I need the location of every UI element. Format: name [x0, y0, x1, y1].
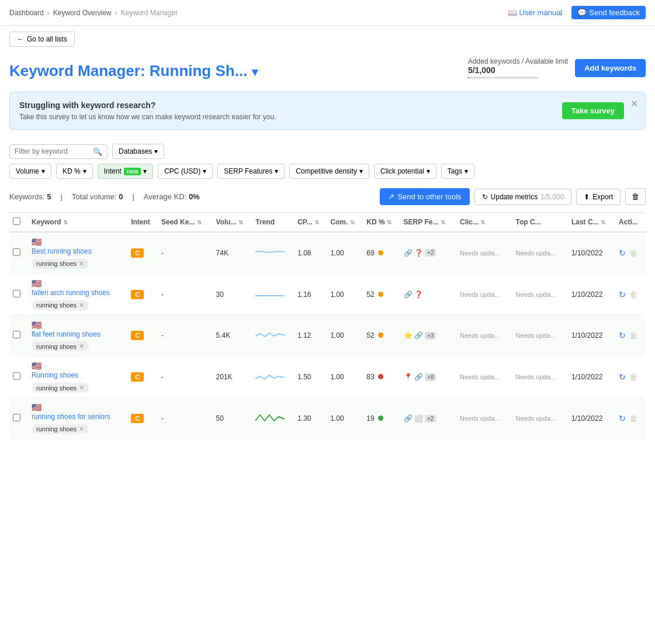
delete-row-button-0[interactable]: 🗑 — [629, 248, 637, 258]
volume-cell-1: 30 — [213, 273, 252, 315]
refresh-row-button-2[interactable]: ↻ — [619, 331, 626, 340]
col-topc[interactable]: Top C... — [512, 213, 567, 233]
click-potential-filter[interactable]: Click potential ▾ — [374, 164, 436, 179]
delete-row-button-2[interactable]: 🗑 — [629, 331, 637, 340]
row-checkbox-cell[interactable] — [9, 398, 28, 439]
topc-cell-3: Needs upda… — [512, 356, 567, 398]
action-icons-1: ↻ 🗑 — [619, 290, 642, 299]
serp-features-filter[interactable]: SERP Features ▾ — [217, 164, 285, 179]
table-row: 🇺🇸 flat feet running shoes running shoes… — [9, 315, 646, 356]
lastc-cell-4: 1/10/2022 — [568, 398, 615, 439]
tag-remove-2[interactable]: ✕ — [79, 342, 84, 350]
col-serp[interactable]: SERP Fe... ⇅ — [400, 213, 456, 233]
sparkline-4 — [255, 412, 285, 425]
kd-dot-3 — [378, 374, 383, 379]
tag-remove-0[interactable]: ✕ — [79, 260, 84, 268]
trend-cell-3 — [252, 356, 294, 398]
select-all-header[interactable] — [9, 213, 28, 233]
col-intent[interactable]: Intent — [127, 213, 158, 233]
col-volume[interactable]: Volu... ⇅ — [213, 213, 252, 233]
keyword-link-3[interactable]: Running shoes — [32, 371, 124, 380]
row-checkbox-cell[interactable] — [9, 356, 28, 398]
add-keywords-button[interactable]: Add keywords — [575, 59, 646, 77]
intent-badge-1: C — [131, 290, 144, 299]
col-kd[interactable]: KD % ⇅ — [363, 213, 400, 233]
breadcrumb-keyword-overview[interactable]: Keyword Overview — [53, 9, 112, 17]
volume-filter[interactable]: Volume ▾ — [9, 164, 51, 179]
intent-badge-3: C — [131, 372, 144, 382]
delete-button[interactable]: 🗑 — [625, 188, 646, 205]
intent-filter[interactable]: Intent new ▾ — [98, 164, 153, 179]
update-metrics-button[interactable]: ↻ Update metrics 1/5,000 — [474, 189, 572, 205]
user-manual-link[interactable]: 📖 User manual — [508, 8, 563, 17]
delete-row-button-3[interactable]: 🗑 — [629, 372, 637, 382]
keyword-link-0[interactable]: Best running shoes — [32, 247, 124, 257]
breadcrumb-keyword-manager: Keyword Manager — [121, 9, 178, 17]
table-row: 🇺🇸 fallen arch running shoes running sho… — [9, 273, 646, 315]
chevron-down-icon: ▾ — [427, 167, 430, 175]
keyword-link-1[interactable]: fallen arch running shoes — [32, 288, 124, 298]
com-cell-4: 1.00 — [327, 398, 363, 439]
delete-row-button-1[interactable]: 🗑 — [629, 290, 637, 299]
row-checkbox-3[interactable] — [13, 372, 20, 380]
seed-cell-0: - — [158, 232, 213, 273]
take-survey-button[interactable]: Take survey — [562, 102, 624, 119]
refresh-row-button-4[interactable]: ↻ — [619, 414, 626, 423]
cpc-filter[interactable]: CPC (USD) ▾ — [158, 164, 213, 179]
row-checkbox-cell[interactable] — [9, 315, 28, 356]
breadcrumb-dashboard[interactable]: Dashboard — [9, 9, 44, 17]
limit-bar — [468, 77, 538, 79]
select-all-checkbox[interactable] — [13, 217, 20, 225]
seed-cell-1: - — [158, 273, 213, 315]
topc-cell-2: Needs upda… — [512, 315, 567, 356]
row-checkbox-cell[interactable] — [9, 232, 28, 273]
tag-remove-1[interactable]: ✕ — [79, 302, 84, 309]
refresh-row-button-0[interactable]: ↻ — [619, 248, 626, 258]
col-com[interactable]: Com. ⇅ — [327, 213, 363, 233]
keyword-link-4[interactable]: running shoes for seniors — [32, 412, 124, 422]
kd-filter[interactable]: KD % ▾ — [56, 164, 93, 179]
action-icons-0: ↻ 🗑 — [619, 248, 642, 258]
go-back-button[interactable]: ← Go to all lists — [9, 32, 75, 47]
tag-chip-2: running shoes ✕ — [32, 341, 89, 351]
refresh-row-button-3[interactable]: ↻ — [619, 372, 626, 382]
search-input[interactable] — [15, 147, 91, 155]
col-keyword[interactable]: Keyword ⇅ — [28, 213, 127, 233]
filter-search-box[interactable]: 🔍 — [9, 144, 108, 159]
action-cell-1: ↻ 🗑 — [615, 273, 646, 315]
row-checkbox-2[interactable] — [13, 331, 20, 338]
lastc-cell-2: 1/10/2022 — [568, 315, 615, 356]
export-button[interactable]: ⬆ Export — [576, 189, 621, 205]
banner-close-button[interactable]: ✕ — [630, 98, 638, 109]
competitive-density-filter[interactable]: Competitive density ▾ — [289, 164, 369, 179]
serp-icons-3: 📍 🔗 +8 — [404, 373, 453, 381]
book-icon: 📖 — [508, 8, 517, 17]
refresh-row-button-1[interactable]: ↻ — [619, 290, 626, 299]
row-checkbox-cell[interactable] — [9, 273, 28, 315]
volume-cell-2: 5.4K — [213, 315, 252, 356]
databases-filter[interactable]: Databases ▾ — [112, 144, 164, 159]
col-lastc[interactable]: Last C... ⇅ — [568, 213, 615, 233]
send-to-tools-button[interactable]: ↗ Send to other tools — [380, 188, 469, 205]
row-checkbox-4[interactable] — [13, 414, 20, 421]
serp-cell-4: 🔗 ⬜ +2 — [400, 398, 456, 439]
col-cpc[interactable]: CP... ⇅ — [294, 213, 327, 233]
keyword-link-2[interactable]: flat feet running shoes — [32, 330, 124, 340]
col-trend[interactable]: Trend — [252, 213, 294, 233]
tag-remove-3[interactable]: ✕ — [79, 384, 84, 392]
serp-icons-4: 🔗 ⬜ +2 — [404, 414, 453, 423]
delete-row-button-4[interactable]: 🗑 — [629, 414, 637, 423]
keyword-cell: 🇺🇸 fallen arch running shoes running sho… — [28, 273, 127, 315]
refresh-icon: ↻ — [482, 193, 488, 201]
tags-filter[interactable]: Tags ▾ — [441, 164, 474, 179]
row-checkbox-1[interactable] — [13, 290, 20, 297]
send-feedback-link[interactable]: 💬 Send feedback — [571, 6, 646, 19]
volume-cell-3: 201K — [213, 356, 252, 398]
col-seed[interactable]: Seed Ke... ⇅ — [158, 213, 213, 233]
row-checkbox-0[interactable] — [13, 248, 20, 256]
page-title: Keyword Manager: Running Sh... ▾ — [9, 62, 258, 80]
col-clic[interactable]: Clic... ⇅ — [456, 213, 512, 233]
stats-left: Keywords: 5 | Total volume: 0 | Average … — [9, 192, 200, 201]
tag-remove-4[interactable]: ✕ — [79, 425, 84, 433]
title-dropdown-chevron[interactable]: ▾ — [252, 65, 258, 78]
